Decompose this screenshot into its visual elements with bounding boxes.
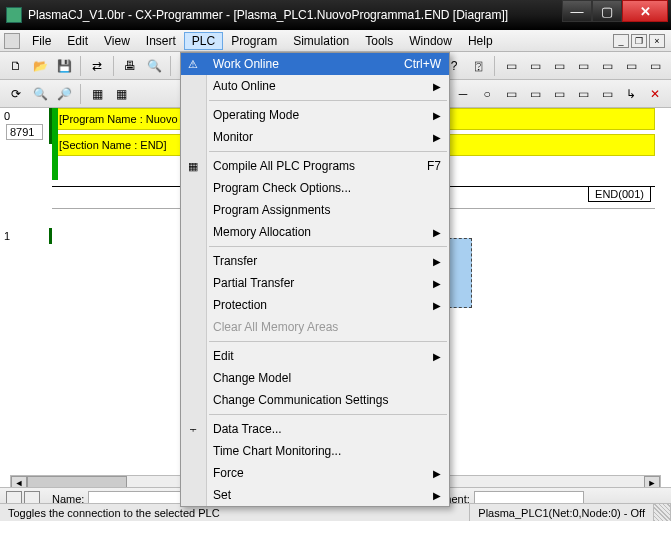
ladder-b-button[interactable]: ▭ bbox=[524, 83, 546, 105]
title-bar: PlasmaCJ_V1.0br - CX-Programmer - [Plasm… bbox=[0, 0, 671, 30]
menu-item[interactable]: ▦Compile All PLC ProgramsF7 bbox=[181, 155, 449, 177]
menu-item-label: Work Online bbox=[213, 57, 279, 71]
mdi-restore-button[interactable]: ❐ bbox=[631, 34, 647, 48]
zoom-actual-button[interactable]: ⟳ bbox=[5, 83, 27, 105]
toolbar-separator bbox=[494, 56, 495, 76]
ladder-a-button[interactable]: ▭ bbox=[500, 83, 522, 105]
menu-item-label: Memory Allocation bbox=[213, 225, 311, 239]
menu-separator bbox=[209, 151, 447, 152]
rung-column: 0 8791 1 bbox=[0, 108, 52, 478]
menu-item-label: Force bbox=[213, 466, 244, 480]
menu-item-label: Clear All Memory Areas bbox=[213, 320, 338, 334]
save-button[interactable]: 💾 bbox=[53, 55, 75, 77]
close-button[interactable]: ✕ bbox=[622, 0, 668, 22]
mdi-minimize-button[interactable]: _ bbox=[613, 34, 629, 48]
menu-bar: File Edit View Insert PLC Program Simula… bbox=[0, 30, 671, 52]
trace-button[interactable]: ▭ bbox=[548, 55, 570, 77]
addr-button[interactable]: ▭ bbox=[644, 55, 666, 77]
menu-item-label: Transfer bbox=[213, 254, 257, 268]
coil-button[interactable]: ○ bbox=[476, 83, 498, 105]
maximize-button[interactable]: ▢ bbox=[592, 0, 622, 22]
submenu-arrow-icon: ▶ bbox=[433, 110, 441, 121]
context-help-button[interactable]: ⍰ bbox=[467, 55, 489, 77]
menu-item-label: Data Trace... bbox=[213, 422, 282, 436]
menu-item[interactable]: Force▶ bbox=[181, 462, 449, 484]
ladder-c-button[interactable]: ▭ bbox=[548, 83, 570, 105]
monitor-button[interactable]: ▭ bbox=[500, 55, 522, 77]
resize-grip[interactable] bbox=[654, 504, 671, 521]
mem-button[interactable]: ▭ bbox=[596, 55, 618, 77]
menu-item[interactable]: Auto Online▶ bbox=[181, 75, 449, 97]
menu-help[interactable]: Help bbox=[460, 32, 501, 50]
system-menu-icon[interactable] bbox=[4, 33, 20, 49]
menu-item[interactable]: ⚠Work OnlineCtrl+W bbox=[181, 53, 449, 75]
toolbar-separator bbox=[113, 56, 114, 76]
compare-button[interactable]: ⇄ bbox=[86, 55, 108, 77]
menu-simulation[interactable]: Simulation bbox=[285, 32, 357, 50]
submenu-arrow-icon: ▶ bbox=[433, 351, 441, 362]
menu-plc[interactable]: PLC bbox=[184, 32, 223, 50]
grid-button[interactable]: ▦ bbox=[86, 83, 108, 105]
delete-button[interactable]: ✕ bbox=[644, 83, 666, 105]
mdi-buttons: _ ❐ × bbox=[613, 34, 667, 48]
menu-item[interactable]: ⫟Data Trace... bbox=[181, 418, 449, 440]
watch-button[interactable]: ▭ bbox=[524, 55, 546, 77]
menu-item-label: Program Assignments bbox=[213, 203, 330, 217]
menu-view[interactable]: View bbox=[96, 32, 138, 50]
cross-button[interactable]: ▭ bbox=[620, 55, 642, 77]
menu-item-label: Change Communication Settings bbox=[213, 393, 388, 407]
menu-window[interactable]: Window bbox=[401, 32, 460, 50]
menu-item[interactable]: Partial Transfer▶ bbox=[181, 272, 449, 294]
minimize-button[interactable]: — bbox=[562, 0, 592, 22]
menu-item[interactable]: Monitor▶ bbox=[181, 126, 449, 148]
submenu-arrow-icon: ▶ bbox=[433, 300, 441, 311]
status-connection: Plasma_PLC1(Net:0,Node:0) - Off bbox=[470, 504, 654, 521]
menu-item: Clear All Memory Areas bbox=[181, 316, 449, 338]
menu-item[interactable]: Change Model bbox=[181, 367, 449, 389]
menu-item[interactable]: Memory Allocation▶ bbox=[181, 221, 449, 243]
submenu-arrow-icon: ▶ bbox=[433, 490, 441, 501]
menu-item[interactable]: Operating Mode▶ bbox=[181, 104, 449, 126]
menu-item[interactable]: Change Communication Settings bbox=[181, 389, 449, 411]
menu-item[interactable]: Edit▶ bbox=[181, 345, 449, 367]
print-button[interactable]: 🖶 bbox=[119, 55, 141, 77]
submenu-arrow-icon: ▶ bbox=[433, 468, 441, 479]
menu-item[interactable]: Transfer▶ bbox=[181, 250, 449, 272]
rung-address: 8791 bbox=[6, 124, 43, 140]
menu-item-label: Operating Mode bbox=[213, 108, 299, 122]
menu-edit[interactable]: Edit bbox=[59, 32, 96, 50]
menu-item[interactable]: Program Check Options... bbox=[181, 177, 449, 199]
new-button[interactable]: 🗋 bbox=[5, 55, 27, 77]
menu-item-icon: ⚠ bbox=[185, 56, 201, 72]
menu-insert[interactable]: Insert bbox=[138, 32, 184, 50]
menu-program[interactable]: Program bbox=[223, 32, 285, 50]
submenu-arrow-icon: ▶ bbox=[433, 81, 441, 92]
menu-file[interactable]: File bbox=[24, 32, 59, 50]
grid2-button[interactable]: ▦ bbox=[110, 83, 132, 105]
menu-item-label: Time Chart Monitoring... bbox=[213, 444, 341, 458]
menu-item-label: Change Model bbox=[213, 371, 291, 385]
window-buttons: — ▢ ✕ bbox=[562, 0, 668, 22]
open-button[interactable]: 📂 bbox=[29, 55, 51, 77]
zoom-out-button[interactable]: 🔎 bbox=[53, 83, 75, 105]
mdi-close-button[interactable]: × bbox=[649, 34, 665, 48]
menu-item[interactable]: Time Chart Monitoring... bbox=[181, 440, 449, 462]
toolbar-separator bbox=[80, 84, 81, 104]
menu-item[interactable]: Program Assignments bbox=[181, 199, 449, 221]
ladder-e-button[interactable]: ▭ bbox=[596, 83, 618, 105]
menu-item[interactable]: Protection▶ bbox=[181, 294, 449, 316]
ladder-d-button[interactable]: ▭ bbox=[572, 83, 594, 105]
submenu-arrow-icon: ▶ bbox=[433, 227, 441, 238]
contact-button[interactable]: ─ bbox=[452, 83, 474, 105]
menu-tools[interactable]: Tools bbox=[357, 32, 401, 50]
menu-item-icon: ▦ bbox=[185, 158, 201, 174]
zoom-in-button[interactable]: 🔍 bbox=[29, 83, 51, 105]
rung-active-bar bbox=[52, 108, 58, 180]
chart-button[interactable]: ▭ bbox=[572, 55, 594, 77]
menu-item-label: Set bbox=[213, 488, 231, 502]
ladder-f-button[interactable]: ↳ bbox=[620, 83, 642, 105]
submenu-arrow-icon: ▶ bbox=[433, 278, 441, 289]
menu-item[interactable]: Set▶ bbox=[181, 484, 449, 506]
print-preview-button[interactable]: 🔍 bbox=[143, 55, 165, 77]
menu-item-icon: ⫟ bbox=[185, 421, 201, 437]
